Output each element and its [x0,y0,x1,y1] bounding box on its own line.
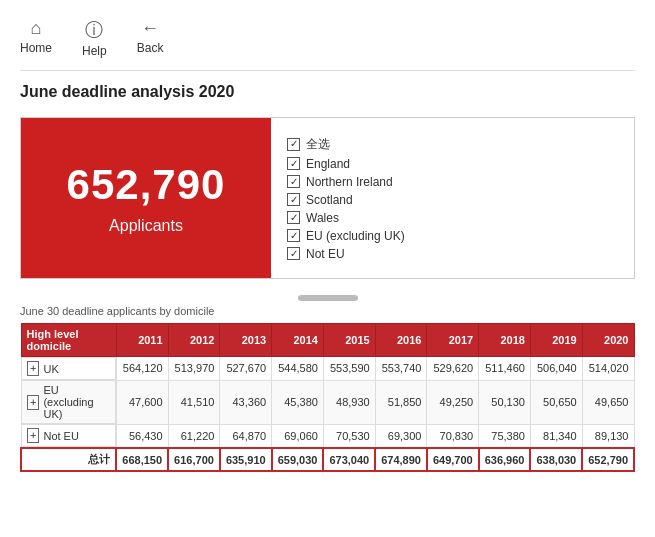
table-label: June 30 deadline applicants by domicile [20,305,635,317]
navigation: ⌂ Home ⓘ Help ← Back [20,10,635,71]
cell-value: 89,130 [582,424,634,448]
cell-value: 564,120 [116,357,168,381]
total-cell: 673,040 [323,448,375,471]
cell-value: 511,460 [479,357,531,381]
expand-icon[interactable]: + [27,428,39,443]
cell-value: 81,340 [530,424,582,448]
legend-label: Northern Ireland [306,175,393,189]
cell-value: 48,930 [323,380,375,424]
home-nav[interactable]: ⌂ Home [20,18,52,58]
cell-value: 529,620 [427,357,479,381]
cell-value: 47,600 [116,380,168,424]
cell-value: 513,970 [168,357,220,381]
checkbox-icon[interactable] [287,157,300,170]
cell-value: 544,580 [272,357,324,381]
legend-label: EU (excluding UK) [306,229,405,243]
cell-value: 41,510 [168,380,220,424]
col-header-year: 2012 [168,324,220,357]
cell-value: 51,850 [375,380,427,424]
expand-icon[interactable]: + [27,395,39,410]
home-icon: ⌂ [31,18,42,39]
big-number: 652,790 [67,161,226,209]
legend-label: Not EU [306,247,345,261]
col-header-year: 2015 [323,324,375,357]
col-header-year: 2011 [116,324,168,357]
home-label: Home [20,41,52,55]
cell-value: 527,670 [220,357,272,381]
domicile-label: +UK [21,357,116,380]
back-nav[interactable]: ← Back [137,18,164,58]
total-row: 总计668,150616,700635,910659,030673,040674… [21,448,634,471]
cell-value: 50,130 [479,380,531,424]
cell-value: 514,020 [582,357,634,381]
table-row: +EU (excluding UK)47,60041,51043,36045,3… [21,380,634,424]
applicants-label: Applicants [109,217,183,235]
back-icon: ← [141,18,159,39]
legend-item[interactable]: EU (excluding UK) [287,229,618,243]
checkbox-icon[interactable] [287,138,300,151]
legend-box: 全选EnglandNorthern IrelandScotlandWalesEU… [271,118,634,278]
legend-label: 全选 [306,136,330,153]
total-cell: 652,790 [582,448,634,471]
help-nav[interactable]: ⓘ Help [82,18,107,58]
cell-value: 70,830 [427,424,479,448]
cell-value: 69,300 [375,424,427,448]
cell-value: 50,650 [530,380,582,424]
col-header-year: 2019 [530,324,582,357]
legend-item[interactable]: 全选 [287,136,618,153]
table-row: +UK564,120513,970527,670544,580553,59055… [21,357,634,381]
cell-value: 64,870 [220,424,272,448]
back-label: Back [137,41,164,55]
scrollbar[interactable] [298,295,358,301]
total-cell: 638,030 [530,448,582,471]
checkbox-icon[interactable] [287,247,300,260]
total-label: 总计 [21,448,116,471]
col-header-year: 2016 [375,324,427,357]
total-cell: 635,910 [220,448,272,471]
col-header-year: 2017 [427,324,479,357]
checkbox-icon[interactable] [287,193,300,206]
cell-value: 69,060 [272,424,324,448]
col-header-year: 2020 [582,324,634,357]
cell-value: 49,650 [582,380,634,424]
col-header-year: 2018 [479,324,531,357]
page-title: June deadline analysis 2020 [20,83,635,101]
cell-value: 61,220 [168,424,220,448]
cell-value: 43,360 [220,380,272,424]
total-cell: 668,150 [116,448,168,471]
cell-value: 75,380 [479,424,531,448]
metric-box: 652,790 Applicants [21,118,271,278]
total-cell: 674,890 [375,448,427,471]
col-header-domicile: High level domicile [21,324,116,357]
checkbox-icon[interactable] [287,229,300,242]
expand-icon[interactable]: + [27,361,39,376]
cell-value: 506,040 [530,357,582,381]
total-cell: 636,960 [479,448,531,471]
total-cell: 659,030 [272,448,324,471]
col-header-year: 2013 [220,324,272,357]
domicile-label: +EU (excluding UK) [21,380,116,424]
table-row: +Not EU56,43061,22064,87069,06070,53069,… [21,424,634,448]
checkbox-icon[interactable] [287,175,300,188]
help-label: Help [82,44,107,58]
cell-value: 56,430 [116,424,168,448]
legend-item[interactable]: Scotland [287,193,618,207]
legend-item[interactable]: Not EU [287,247,618,261]
data-table: High level domicile201120122013201420152… [20,323,635,472]
cell-value: 553,590 [323,357,375,381]
legend-item[interactable]: England [287,157,618,171]
cell-value: 49,250 [427,380,479,424]
checkbox-icon[interactable] [287,211,300,224]
help-icon: ⓘ [85,18,103,42]
cell-value: 553,740 [375,357,427,381]
total-cell: 649,700 [427,448,479,471]
cell-value: 70,530 [323,424,375,448]
legend-item[interactable]: Wales [287,211,618,225]
legend-item[interactable]: Northern Ireland [287,175,618,189]
domicile-label: +Not EU [21,424,116,447]
legend-label: Scotland [306,193,353,207]
col-header-year: 2014 [272,324,324,357]
legend-label: England [306,157,350,171]
legend-label: Wales [306,211,339,225]
total-cell: 616,700 [168,448,220,471]
